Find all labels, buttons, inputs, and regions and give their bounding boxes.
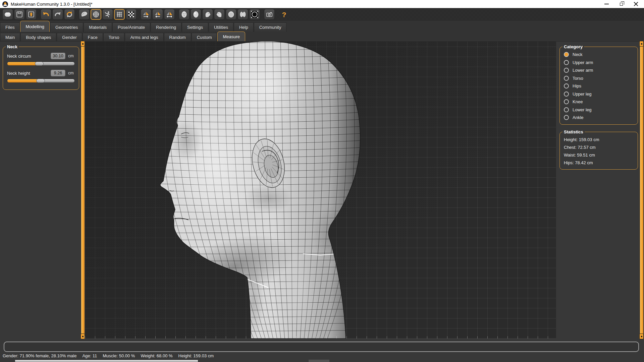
right-panel-splitter[interactable] — [640, 41, 643, 339]
model-head-mesh — [85, 42, 556, 339]
grid-view-button[interactable] — [114, 9, 125, 20]
tab-body-shapes[interactable]: Body shapes — [20, 33, 56, 41]
splitter-handle-icon[interactable] — [80, 334, 85, 339]
load-file-button[interactable] — [26, 9, 37, 20]
split-view-button[interactable] — [237, 9, 248, 20]
wireframe-view-icon — [92, 11, 100, 18]
grid-view-icon — [116, 11, 123, 18]
category-option-knee[interactable]: Knee — [564, 98, 635, 106]
right-profile-view-button[interactable] — [202, 9, 213, 20]
slider-track-neck-circum[interactable] — [7, 62, 75, 66]
front-view-button[interactable] — [179, 9, 190, 20]
tab-community[interactable]: Community — [254, 22, 287, 32]
tab-face[interactable]: Face — [83, 33, 103, 41]
help-button[interactable]: ? — [279, 9, 289, 20]
left-panel-splitter[interactable] — [81, 41, 85, 339]
status-segment: Height: 159.03 cm — [178, 353, 214, 358]
slider-handle[interactable] — [36, 79, 45, 83]
splitter-handle-icon[interactable] — [639, 334, 644, 339]
radio-label: Lower arm — [573, 68, 593, 73]
tab-settings[interactable]: Settings — [182, 22, 208, 32]
save-file-button[interactable] — [14, 9, 25, 20]
status-bar: Gender: 71.90% female, 28.10% maleAge: 1… — [3, 353, 214, 358]
splitter-handle-icon[interactable] — [639, 41, 644, 47]
menu-tab-bar: FilesModellingGeometriesMaterialsPose/An… — [0, 21, 644, 32]
new-file-button[interactable] — [2, 9, 13, 20]
category-groupbox: Category NeckUpper armLower armTorsoHips… — [559, 44, 638, 125]
bottom-progress-sliver — [15, 360, 198, 362]
undo-button[interactable] — [41, 9, 51, 20]
tab-arms-and-legs[interactable]: Arms and legs — [125, 33, 163, 41]
radio-icon[interactable] — [564, 60, 569, 65]
tab-pose-animate[interactable]: Pose/Animate — [112, 22, 150, 32]
makehuman-logo-icon — [2, 1, 8, 7]
symmetry-right-button[interactable] — [141, 9, 151, 20]
viewport-3d[interactable] — [85, 42, 556, 339]
tab-utilities[interactable]: Utilities — [209, 22, 233, 32]
category-option-lower-arm[interactable]: Lower arm — [564, 66, 635, 74]
category-option-neck[interactable]: Neck — [564, 51, 635, 59]
tab-custom[interactable]: Custom — [192, 33, 217, 41]
top-view-button[interactable] — [226, 9, 236, 20]
category-option-ankle[interactable]: Ankle — [564, 114, 635, 122]
radio-icon[interactable] — [564, 68, 569, 73]
category-option-lower-leg[interactable]: Lower leg — [564, 106, 635, 114]
background-checker-button[interactable] — [126, 9, 137, 20]
radio-icon[interactable] — [564, 92, 569, 97]
smooth-view-button[interactable] — [191, 9, 201, 20]
left-panel: Neck Neck circum30.10cmNeck height9.26cm — [0, 42, 81, 339]
redo-button[interactable] — [52, 9, 63, 20]
tab-help[interactable]: Help — [234, 22, 254, 32]
tab-gender[interactable]: Gender — [57, 33, 82, 41]
radio-icon[interactable] — [564, 76, 569, 81]
slider-value-input[interactable]: 9.26 — [51, 70, 65, 76]
tab-geometries[interactable]: Geometries — [50, 22, 83, 32]
close-icon — [634, 2, 638, 6]
grab-screenshot-button[interactable] — [264, 9, 275, 20]
reset-button[interactable] — [64, 9, 75, 20]
radio-icon[interactable] — [564, 83, 569, 88]
category-option-upper-arm[interactable]: Upper arm — [564, 59, 635, 67]
close-button[interactable] — [629, 0, 643, 8]
pose-mode-button[interactable] — [102, 9, 113, 20]
tab-torso[interactable]: Torso — [103, 33, 125, 41]
slider-fill — [7, 79, 38, 82]
category-option-hips[interactable]: Hips — [564, 82, 635, 90]
left-profile-view-button[interactable] — [214, 9, 225, 20]
slider-handle[interactable] — [35, 62, 44, 66]
tab-materials[interactable]: Materials — [84, 22, 112, 32]
tab-measure[interactable]: Measure — [217, 32, 245, 41]
tab-random[interactable]: Random — [164, 33, 191, 41]
tab-rendering[interactable]: Rendering — [151, 22, 181, 32]
progress-field — [4, 342, 639, 352]
statistics-group-title: Statistics — [562, 129, 585, 134]
slider-track-neck-height[interactable] — [7, 79, 75, 83]
help-icon: ? — [282, 11, 286, 18]
smooth-surface-button[interactable] — [79, 9, 90, 20]
grab-screenshot-icon — [266, 11, 273, 18]
radio-label: Upper leg — [573, 92, 591, 97]
category-option-torso[interactable]: Torso — [564, 74, 635, 82]
radio-icon[interactable] — [564, 115, 569, 120]
splitter-handle-icon[interactable] — [80, 41, 85, 47]
statistics-groupbox: Statistics Height: 159.03 cmChest: 72.57… — [559, 129, 638, 170]
minimize-button[interactable] — [599, 0, 614, 8]
tab-main[interactable]: Main — [0, 33, 20, 41]
symmetry-left-button[interactable] — [152, 9, 163, 20]
pose-mode-icon — [104, 11, 111, 18]
orthographic-view-button[interactable] — [249, 9, 260, 20]
sub-tab-bar: MainBody shapesGenderFaceTorsoArms and l… — [0, 32, 644, 42]
tab-modelling[interactable]: Modelling — [20, 21, 50, 32]
slider-value-input[interactable]: 30.10 — [51, 53, 65, 59]
category-option-upper-leg[interactable]: Upper leg — [564, 90, 635, 98]
symmetry-both-button[interactable] — [164, 9, 175, 20]
radio-icon[interactable] — [564, 52, 569, 57]
radio-icon[interactable] — [564, 99, 569, 104]
restore-button[interactable] — [614, 0, 629, 8]
wireframe-view-button[interactable] — [91, 9, 101, 20]
smooth-view-icon — [192, 11, 200, 18]
tab-files[interactable]: Files — [0, 22, 20, 32]
toolbar-separator — [75, 8, 79, 21]
radio-icon[interactable] — [564, 107, 569, 112]
window-title: MakeHuman Community 1.3.0 - [Untitled]* — [11, 2, 599, 7]
